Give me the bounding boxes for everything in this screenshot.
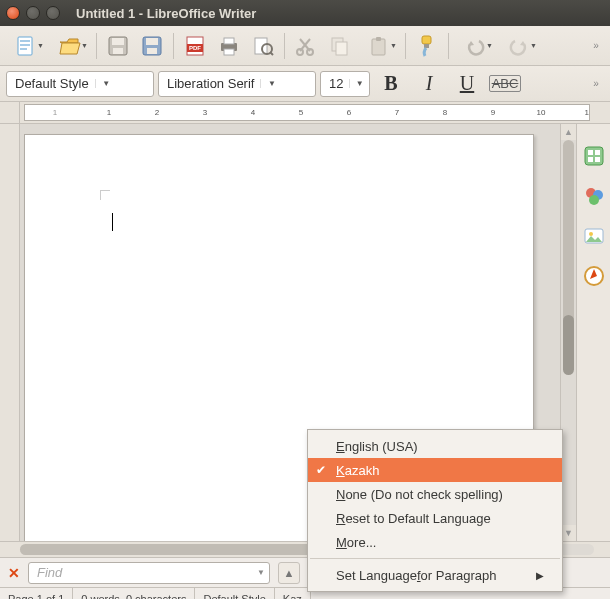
svg-rect-29 <box>585 147 603 165</box>
scroll-down-icon[interactable]: ▼ <box>561 525 576 541</box>
svg-rect-31 <box>595 150 600 155</box>
svg-rect-9 <box>147 48 157 54</box>
copy-button[interactable] <box>325 31 355 61</box>
svg-rect-8 <box>146 38 158 45</box>
svg-rect-26 <box>376 37 381 41</box>
svg-rect-3 <box>20 48 27 50</box>
svg-rect-27 <box>422 36 431 44</box>
submenu-arrow-icon: ▶ <box>536 570 544 581</box>
window-close-button[interactable] <box>6 6 20 20</box>
svg-rect-15 <box>224 49 234 55</box>
menu-item-more[interactable]: More... <box>308 530 562 554</box>
svg-text:PDF: PDF <box>189 45 201 51</box>
window-maximize-button[interactable] <box>46 6 60 20</box>
scroll-up-icon[interactable]: ▲ <box>561 124 576 140</box>
save-as-button[interactable] <box>137 31 167 61</box>
chevron-down-icon: ▼ <box>95 79 113 88</box>
check-icon: ✔ <box>316 463 326 477</box>
window-minimize-button[interactable] <box>26 6 40 20</box>
toolbar-overflow-button[interactable]: » <box>588 31 604 61</box>
svg-rect-6 <box>113 48 123 54</box>
title-bar: Untitled 1 - LibreOffice Writer <box>0 0 610 26</box>
chevron-down-icon: ▼ <box>37 42 44 49</box>
status-page[interactable]: Page 1 of 1 <box>0 588 73 599</box>
font-size-value: 12 <box>329 76 343 91</box>
sidebar-properties-icon[interactable] <box>582 144 606 168</box>
menu-separator <box>310 558 560 559</box>
svg-rect-24 <box>336 42 347 55</box>
strikethrough-button[interactable]: ABC <box>488 70 522 98</box>
svg-rect-25 <box>372 39 385 55</box>
svg-point-22 <box>307 49 313 55</box>
vertical-ruler[interactable] <box>0 124 20 541</box>
font-name-value: Liberation Serif <box>167 76 254 91</box>
svg-point-38 <box>589 232 593 236</box>
status-language[interactable]: Kaz <box>275 588 311 599</box>
menu-item-reset-default[interactable]: Reset to Default Language <box>308 506 562 530</box>
find-placeholder: Find <box>37 565 62 580</box>
chevron-down-icon: ▼ <box>260 79 278 88</box>
close-findbar-button[interactable]: ✕ <box>8 565 20 581</box>
chevron-down-icon: ▼ <box>530 42 537 49</box>
svg-rect-5 <box>112 38 124 45</box>
menu-item-english[interactable]: English (USA) <box>308 434 562 458</box>
font-size-combo[interactable]: 12 ▼ <box>320 71 370 97</box>
svg-rect-1 <box>20 40 30 42</box>
save-button[interactable] <box>103 31 133 61</box>
svg-rect-30 <box>588 150 593 155</box>
horizontal-ruler-row: 11234567891011 <box>0 102 610 124</box>
font-name-combo[interactable]: Liberation Serif ▼ <box>158 71 316 97</box>
menu-item-set-language-paragraph[interactable]: Set Language for Paragraph ▶ <box>308 563 562 587</box>
find-previous-button[interactable]: ▲ <box>278 562 300 584</box>
sidebar-styles-icon[interactable] <box>582 184 606 208</box>
underline-button[interactable]: U <box>450 70 484 98</box>
status-word-count[interactable]: 0 words, 0 characters <box>73 588 195 599</box>
format-paintbrush-button[interactable] <box>412 31 442 61</box>
paragraph-style-value: Default Style <box>15 76 89 91</box>
svg-line-18 <box>270 52 273 55</box>
sidebar-gallery-icon[interactable] <box>582 224 606 248</box>
horizontal-ruler[interactable]: 11234567891011 <box>24 104 590 121</box>
formatting-toolbar: Default Style ▼ Liberation Serif ▼ 12 ▼ … <box>0 66 610 102</box>
paragraph-style-combo[interactable]: Default Style ▼ <box>6 71 154 97</box>
undo-button[interactable]: ▼ <box>455 31 495 61</box>
svg-point-21 <box>297 49 303 55</box>
menu-item-kazakh[interactable]: ✔ Kazakh <box>308 458 562 482</box>
chevron-down-icon: ▼ <box>257 568 265 577</box>
svg-rect-2 <box>20 44 30 46</box>
chevron-down-icon: ▼ <box>349 79 365 88</box>
find-input[interactable]: Find ▼ <box>28 562 270 584</box>
svg-rect-14 <box>224 38 234 44</box>
export-pdf-button[interactable]: PDF <box>180 31 210 61</box>
bold-button[interactable]: B <box>374 70 408 98</box>
standard-toolbar: ▼ ▼ PDF ▼ ▼ ▼ » <box>0 26 610 66</box>
language-context-menu: English (USA) ✔ Kazakh None (Do not chec… <box>307 429 563 592</box>
svg-point-36 <box>589 195 599 205</box>
new-document-button[interactable]: ▼ <box>6 31 46 61</box>
toolbar-overflow-button[interactable]: » <box>588 69 604 99</box>
sidebar-navigator-icon[interactable] <box>582 264 606 288</box>
svg-rect-32 <box>588 157 593 162</box>
menu-item-none[interactable]: None (Do not check spelling) <box>308 482 562 506</box>
print-button[interactable] <box>214 31 244 61</box>
svg-rect-33 <box>595 157 600 162</box>
redo-button[interactable]: ▼ <box>499 31 539 61</box>
chevron-down-icon: ▼ <box>81 42 88 49</box>
paste-button[interactable]: ▼ <box>359 31 399 61</box>
svg-rect-16 <box>255 38 267 54</box>
status-page-style[interactable]: Default Style <box>195 588 274 599</box>
sidebar-tab-bar <box>576 124 610 541</box>
chevron-down-icon: ▼ <box>390 42 397 49</box>
text-cursor <box>112 213 113 231</box>
italic-button[interactable]: I <box>412 70 446 98</box>
chevron-down-icon: ▼ <box>486 42 493 49</box>
open-document-button[interactable]: ▼ <box>50 31 90 61</box>
window-title: Untitled 1 - LibreOffice Writer <box>76 6 256 21</box>
cut-button[interactable] <box>291 31 321 61</box>
print-preview-button[interactable] <box>248 31 278 61</box>
